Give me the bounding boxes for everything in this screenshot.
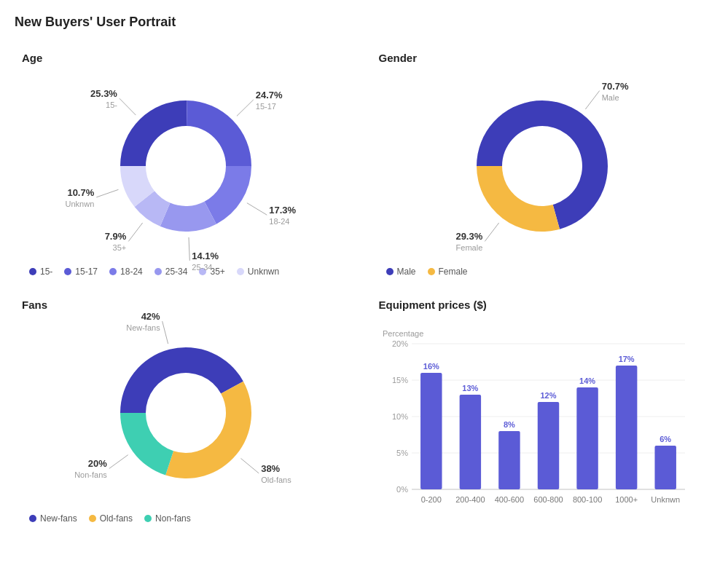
svg-text:600-800: 600-800 (533, 495, 563, 504)
fans-title: Fans (22, 299, 350, 311)
svg-text:200-400: 200-400 (455, 495, 485, 504)
svg-text:10.7%: 10.7% (67, 187, 94, 198)
legend-dot (109, 268, 117, 275)
svg-text:Male: Male (602, 93, 619, 102)
gender-donut-container: 70.7%Male29.3%Female (379, 71, 707, 261)
svg-text:Female: Female (456, 243, 483, 252)
svg-text:0-200: 0-200 (420, 495, 441, 504)
legend-label: Female (439, 267, 468, 277)
gender-legend: MaleFemale (379, 267, 707, 277)
legend-dot (29, 268, 36, 275)
svg-rect-51 (498, 431, 520, 489)
legend-item: 25-34 (154, 267, 188, 277)
svg-text:20%: 20% (391, 339, 407, 348)
legend-item: 18-24 (109, 267, 143, 277)
legend-item: Unknwn (237, 267, 279, 277)
svg-line-30 (109, 455, 128, 469)
svg-text:15-: 15- (106, 100, 117, 109)
legend-item: Non-fans (144, 513, 191, 524)
equipment-title: Equipment prices ($) (379, 299, 707, 311)
svg-text:20%: 20% (88, 458, 107, 469)
legend-label: 18-24 (120, 267, 143, 277)
svg-text:14%: 14% (579, 376, 595, 385)
legend-label: Non-fans (155, 513, 191, 524)
legend-item: New-fans (29, 513, 77, 524)
legend-dot (154, 268, 162, 275)
page-title: New Buyers' User Portrait (15, 15, 713, 30)
svg-line-6 (247, 203, 267, 216)
svg-text:38%: 38% (261, 463, 280, 474)
svg-text:1000+: 1000+ (615, 495, 638, 504)
age-donut-svg: 25.3%15-24.7%15-1717.3%18-2414.1%25-347.… (69, 71, 302, 261)
svg-text:25.3%: 25.3% (90, 88, 117, 99)
equipment-bar-svg: Percentage0%5%10%15%20%16%0-20013%200-40… (379, 322, 700, 526)
svg-line-27 (240, 458, 259, 473)
svg-text:16%: 16% (423, 362, 439, 371)
svg-text:29.3%: 29.3% (456, 231, 483, 242)
gender-section: Gender 70.7%Male29.3%Female MaleFemale (372, 44, 714, 284)
svg-rect-57 (576, 387, 598, 489)
svg-text:12%: 12% (540, 391, 556, 400)
svg-text:7.9%: 7.9% (104, 231, 126, 242)
fans-donut-container: 42%New-fans38%Old-fans20%Non-fans (22, 318, 350, 508)
legend-dot (428, 268, 435, 275)
svg-text:70.7%: 70.7% (602, 81, 629, 92)
svg-text:New-fans: New-fans (126, 323, 160, 332)
svg-line-3 (237, 100, 254, 116)
svg-text:35+: 35+ (112, 243, 126, 252)
legend-item: Old-fans (89, 513, 133, 524)
svg-text:800-100: 800-100 (572, 495, 601, 504)
svg-text:18-24: 18-24 (269, 217, 289, 226)
svg-text:5%: 5% (396, 449, 408, 457)
svg-rect-48 (459, 395, 480, 489)
legend-label: Unknwn (248, 267, 279, 277)
svg-text:42%: 42% (141, 311, 160, 322)
legend-dot (89, 515, 96, 522)
svg-text:6%: 6% (659, 435, 671, 443)
legend-item: 15-17 (64, 267, 98, 277)
svg-text:17.3%: 17.3% (269, 205, 296, 216)
charts-grid: Age 25.3%15-24.7%15-1717.3%18-2414.1%25-… (15, 44, 713, 540)
svg-text:0%: 0% (396, 485, 408, 494)
svg-text:10%: 10% (391, 412, 407, 421)
svg-line-18 (586, 91, 600, 109)
legend-dot (386, 268, 394, 275)
legend-item: Female (428, 267, 468, 277)
svg-line-12 (128, 223, 142, 241)
legend-label: Old-fans (100, 513, 133, 524)
fans-donut-svg: 42%New-fans38%Old-fans20%Non-fans (69, 318, 302, 508)
legend-label: 25-34 (165, 267, 188, 277)
svg-text:Unknwn: Unknwn (65, 200, 94, 208)
svg-text:Non-fans: Non-fans (74, 470, 107, 479)
svg-text:Old-fans: Old-fans (261, 476, 291, 484)
svg-text:14.1%: 14.1% (192, 251, 219, 261)
svg-line-24 (162, 321, 168, 344)
svg-text:24.7%: 24.7% (256, 90, 283, 100)
svg-rect-45 (420, 373, 442, 489)
svg-text:25-34: 25-34 (192, 263, 212, 272)
legend-label: 15-17 (75, 267, 98, 277)
legend-dot (237, 268, 244, 275)
fans-legend: New-fansOld-fansNon-fans (22, 513, 350, 524)
legend-label: 35+ (210, 267, 224, 277)
age-section: Age 25.3%15-24.7%15-1717.3%18-2414.1%25-… (15, 44, 357, 284)
svg-rect-60 (615, 366, 636, 489)
svg-line-9 (189, 237, 189, 261)
svg-line-15 (96, 189, 118, 197)
svg-text:Percentage: Percentage (383, 329, 423, 338)
svg-text:15%: 15% (391, 376, 407, 384)
fans-section: Fans 42%New-fans38%Old-fans20%Non-fans N… (15, 291, 357, 540)
svg-line-0 (120, 98, 136, 115)
svg-text:400-600: 400-600 (494, 495, 523, 504)
svg-text:Unknwn: Unknwn (651, 495, 680, 504)
legend-item: 15- (29, 267, 52, 277)
age-legend: 15-15-1718-2425-3435+Unknwn (22, 267, 350, 277)
svg-text:8%: 8% (503, 420, 514, 429)
gender-donut-svg: 70.7%Male29.3%Female (426, 71, 659, 261)
legend-label: New-fans (40, 513, 77, 524)
legend-dot (29, 515, 36, 522)
legend-label: 15- (40, 267, 52, 277)
legend-dot (64, 268, 71, 275)
legend-label: Male (397, 267, 416, 277)
svg-line-21 (485, 223, 499, 241)
